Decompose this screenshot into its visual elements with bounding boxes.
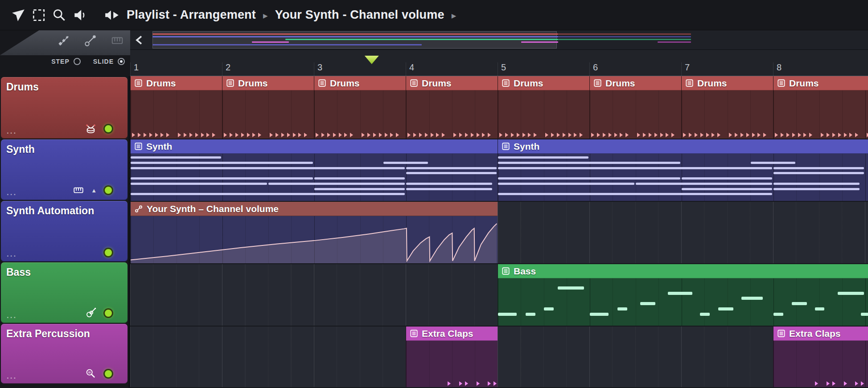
- clip-header: Drums: [222, 76, 314, 90]
- note-preview: [131, 193, 405, 195]
- pattern-icon: [502, 79, 510, 87]
- shaker-icon: [85, 368, 97, 380]
- mini-keyboard-icon[interactable]: [111, 34, 124, 49]
- hit-preview: [453, 133, 457, 137]
- slide-toggle[interactable]: [118, 58, 125, 65]
- clip-drums-4[interactable]: Drums: [406, 76, 498, 139]
- note-preview: [406, 167, 497, 169]
- hit-preview: [614, 133, 617, 137]
- track-header-extra-percussion[interactable]: Extra Percussion...: [1, 324, 128, 384]
- note-preview: [498, 193, 772, 195]
- pattern-icon: [594, 79, 601, 87]
- playlist-row-bass[interactable]: Bass: [130, 264, 868, 327]
- clip-extra-claps-1[interactable]: Extra Claps: [406, 327, 498, 387]
- clip-drums-1[interactable]: Drums: [130, 76, 222, 139]
- track-options-dots[interactable]: ...: [7, 127, 17, 136]
- scroll-left-icon[interactable]: [135, 34, 144, 48]
- navigator-clip-line-5: [558, 39, 691, 40]
- breadcrumb: Playlist - Arrangement ▸ Your Synth - Ch…: [127, 8, 456, 22]
- clip-extra-claps-2[interactable]: Extra Claps: [773, 327, 868, 387]
- note-preview: [773, 183, 860, 185]
- selection-tool-icon[interactable]: [29, 5, 49, 25]
- clip-synth-1[interactable]: Synth: [130, 139, 498, 201]
- clip-drums-6[interactable]: Drums: [589, 76, 681, 139]
- clip-your-synth-channel-volume-1[interactable]: Your Synth – Channel volume: [130, 202, 498, 263]
- clip-label: Extra Claps: [789, 328, 841, 339]
- track-name-extra-percussion: Extra Percussion: [1, 324, 128, 340]
- volume-icon[interactable]: [70, 5, 90, 25]
- track-header-drums[interactable]: Drums...: [1, 77, 128, 139]
- breadcrumb-playlist[interactable]: Playlist - Arrangement: [127, 8, 256, 22]
- hit-preview: [339, 133, 342, 137]
- timeline-navigator[interactable]: [130, 30, 868, 50]
- navigator-clip-line-0: [152, 33, 558, 35]
- hit-preview: [327, 133, 330, 137]
- track-mute-led[interactable]: [103, 124, 113, 134]
- playlist-row-extra-percussion[interactable]: Extra ClapsExtra Claps: [130, 327, 868, 388]
- zoom-tool-icon[interactable]: [49, 5, 70, 25]
- track-options-dots[interactable]: ...: [7, 311, 17, 320]
- pattern-icon: [135, 143, 142, 150]
- performance-particles-icon[interactable]: [57, 34, 70, 49]
- hit-preview: [499, 133, 502, 137]
- hit-preview: [706, 133, 709, 137]
- clip-drums-2[interactable]: Drums: [222, 76, 314, 139]
- clip-drums-8[interactable]: Drums: [773, 76, 868, 139]
- playlist-row-synth[interactable]: SynthSynth: [130, 139, 868, 202]
- playlist-row-synth-automation[interactable]: Your Synth – Channel volume: [130, 202, 868, 264]
- track-mute-led[interactable]: [103, 308, 113, 318]
- track-header-synth[interactable]: Synth...▲: [1, 139, 128, 200]
- clip-drums-3[interactable]: Drums: [314, 76, 406, 139]
- clip-label: Drums: [605, 78, 635, 89]
- pattern-icon: [410, 79, 418, 87]
- ruler-tick-4: [406, 62, 406, 76]
- app-logo-icon[interactable]: [8, 5, 29, 25]
- clip-bass-1[interactable]: Bass: [498, 264, 868, 326]
- track-controls: [85, 123, 113, 135]
- hit-preview: [597, 133, 600, 137]
- playlist-focus-icon[interactable]: [102, 5, 122, 25]
- hit-preview: [775, 133, 778, 137]
- hit-preview: [591, 133, 594, 137]
- clip-drums-7[interactable]: Drums: [681, 76, 773, 139]
- hit-preview: [252, 133, 255, 137]
- timeline-ruler[interactable]: 12345678: [130, 50, 868, 76]
- playlist-grid[interactable]: DrumsDrumsDrumsDrumsDrumsDrumsDrumsDrums…: [130, 76, 868, 388]
- hit-preview: [241, 133, 244, 137]
- track-name-bass: Bass: [1, 262, 128, 278]
- note-preview: [498, 162, 680, 164]
- playhead-marker[interactable]: [365, 56, 379, 64]
- hit-preview: [580, 133, 583, 137]
- clip-body: [773, 341, 868, 387]
- hit-preview: [413, 133, 416, 137]
- note-preview: [773, 313, 783, 316]
- track-mute-led[interactable]: [103, 369, 113, 379]
- clip-label: Synth: [514, 141, 539, 152]
- track-options-dots[interactable]: ...: [7, 188, 17, 197]
- track-mute-led[interactable]: [103, 185, 113, 195]
- clip-drums-5[interactable]: Drums: [498, 76, 589, 139]
- breadcrumb-target[interactable]: Your Synth - Channel volume: [275, 8, 444, 22]
- playlist-row-drums[interactable]: DrumsDrumsDrumsDrumsDrumsDrumsDrumsDrums: [130, 76, 868, 139]
- hit-preview: [425, 133, 428, 137]
- hit-preview: [160, 133, 164, 137]
- clip-label: Your Synth – Channel volume: [147, 204, 279, 214]
- hit-preview: [132, 133, 135, 137]
- note-preview: [498, 177, 680, 180]
- track-mute-led[interactable]: [103, 248, 113, 257]
- clip-synth-2[interactable]: Synth: [498, 139, 868, 201]
- track-options-dots[interactable]: ...: [7, 372, 17, 381]
- clip-header: Drums: [131, 76, 222, 90]
- note-preview: [792, 302, 807, 305]
- note-preview: [815, 307, 825, 310]
- slide-note-icon[interactable]: [84, 34, 97, 49]
- pattern-icon: [226, 79, 234, 87]
- track-options-dots[interactable]: ...: [7, 250, 17, 259]
- collapse-group-arrow-icon[interactable]: ▲: [91, 188, 97, 193]
- hit-preview: [838, 133, 841, 137]
- track-header-bass[interactable]: Bass...: [1, 262, 128, 323]
- hit-preview: [212, 133, 215, 137]
- step-toggle[interactable]: [74, 58, 81, 65]
- hit-preview: [803, 133, 806, 137]
- track-header-synth-automation[interactable]: Synth Automation...: [1, 201, 128, 261]
